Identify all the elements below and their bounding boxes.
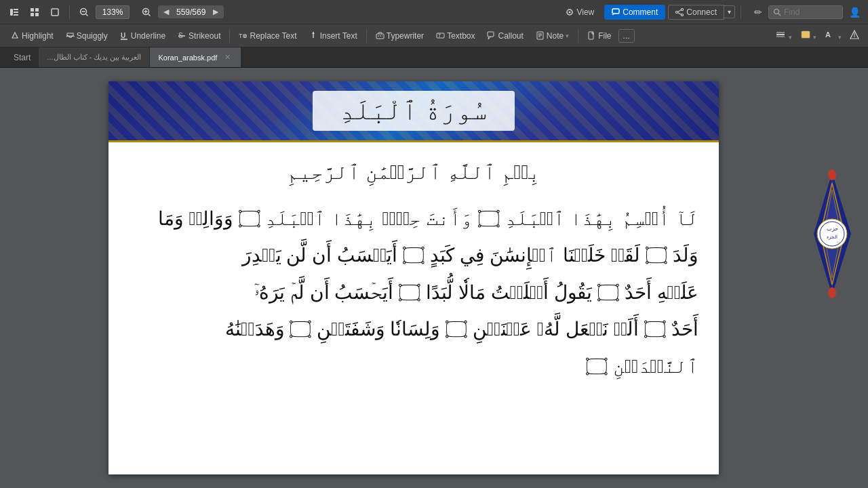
svg-rect-7	[35, 13, 39, 16]
svg-line-23	[678, 9, 682, 12]
comment-label: Comment	[623, 7, 658, 17]
thumbnails-btn[interactable]	[26, 5, 43, 19]
zoom-input[interactable]: 133%	[96, 5, 130, 19]
svg-line-11	[86, 14, 88, 16]
svg-rect-18	[612, 9, 619, 14]
note-btn[interactable]: Note ▾	[530, 29, 574, 43]
insert-text-btn[interactable]: Insert Text	[304, 29, 363, 43]
svg-rect-4	[31, 8, 34, 12]
zoom-out-btn[interactable]	[75, 5, 93, 19]
more-btn[interactable]: ...	[618, 29, 635, 43]
tab-arabic[interactable]: العربية بين يديك - كتاب الطال...	[39, 47, 150, 67]
underline-btn[interactable]: U Underline	[115, 29, 171, 43]
search-input[interactable]	[784, 7, 838, 17]
svg-marker-35	[312, 32, 315, 34]
toggle-panel-btn[interactable]	[5, 5, 23, 19]
ayah-line-3: عَلَيۡهِ أَحَدٌ ۝ يَقُولُ أَهۡلَكۡتُ مَا…	[129, 276, 698, 310]
search-box	[768, 5, 843, 19]
svg-rect-5	[35, 8, 39, 12]
page-nav: ◀ 559/569 ▶	[158, 5, 224, 18]
svg-text:T: T	[438, 33, 441, 38]
file-btn[interactable]: File	[582, 29, 616, 43]
svg-rect-8	[52, 9, 58, 16]
sep4	[366, 29, 367, 43]
tab-koran[interactable]: Koran_arabsk.pdf ✕	[150, 47, 241, 67]
insert-text-label: Insert Text	[320, 31, 357, 41]
underline-label: Underline	[131, 31, 165, 41]
typewriter-label: Typewriter	[387, 31, 424, 41]
svg-text:T: T	[239, 33, 243, 39]
comment-btn[interactable]: Comment	[604, 5, 665, 20]
svg-point-22	[682, 14, 684, 16]
typewriter-btn[interactable]: Typewriter	[370, 29, 429, 43]
next-page-btn[interactable]: ▶	[210, 7, 221, 17]
strikeout-btn[interactable]: S Strikeout	[172, 29, 226, 43]
svg-text:U: U	[121, 32, 125, 39]
page-number: 559/569	[174, 7, 208, 17]
zoom-in-btn[interactable]	[138, 5, 155, 19]
highlight-label: Highlight	[22, 31, 54, 41]
svg-point-25	[774, 9, 779, 14]
ayah-line-1: لَآ أُقۡسِمُ بِهَٰذَا ٱلۡبَلَدِ ۝ وَأَنت…	[129, 202, 698, 236]
toolbar-top: 133% ◀ 559/569 ▶ View Comment Connect ▾ …	[0, 0, 868, 24]
tab-close-btn[interactable]: ✕	[222, 52, 233, 62]
svg-rect-2	[14, 12, 18, 13]
svg-rect-0	[10, 9, 13, 16]
zoom-control: 133%	[96, 5, 130, 19]
sep1	[69, 5, 70, 19]
ayah-line-4: أَحَدٌ ۝ أَلَمۡ نَجۡعَل لَّهُۥ عَيۡنَيۡن…	[129, 312, 698, 346]
replace-text-btn[interactable]: TR Replace Text	[233, 29, 302, 43]
start-label: Start	[14, 53, 31, 62]
squiggly-btn[interactable]: Squiggly	[60, 29, 113, 43]
main-area: سُورَةُ ٱلْبَلَدِ بِسۡمِ ٱللَّهِ ٱلرَّحۡ…	[0, 68, 868, 488]
toolbar-second: Highlight Squiggly U Underline S Strikeo…	[0, 24, 868, 47]
color-btn[interactable]: ▾	[797, 28, 821, 43]
format-buttons: ▾ ▾ A ▾	[772, 28, 863, 43]
prev-page-btn[interactable]: ◀	[161, 7, 172, 17]
svg-point-64	[828, 287, 836, 298]
opacity-btn[interactable]	[846, 28, 863, 43]
svg-line-24	[678, 12, 682, 14]
pdf-container: سُورَةُ ٱلْبَلَدِ بِسۡمِ ٱللَّهِ ٱلرَّحۡ…	[0, 68, 868, 488]
svg-rect-51	[802, 31, 810, 38]
replace-text-label: Replace Text	[250, 31, 296, 41]
strikeout-label: Strikeout	[189, 31, 220, 41]
tab-start[interactable]: Start	[5, 47, 39, 67]
view-btn[interactable]: View	[558, 5, 601, 20]
callout-btn[interactable]: Callout	[481, 29, 528, 43]
tab-bar: Start العربية بين يديك - كتاب الطال... K…	[0, 47, 868, 68]
svg-line-26	[778, 14, 781, 16]
user-icon-btn[interactable]: 👤	[847, 5, 863, 20]
sep3	[229, 29, 230, 43]
svg-rect-3	[14, 14, 18, 16]
tab-koran-label: Koran_arabsk.pdf	[158, 54, 217, 62]
quran-body: بِسۡمِ ٱللَّهِ ٱلرَّحۡمَٰنِ ٱلرَّحِيمِ ل…	[108, 142, 719, 400]
file-label: File	[598, 31, 611, 41]
sep5	[578, 29, 578, 43]
connect-btn-group: Connect ▾	[668, 5, 735, 20]
edit-icon-btn[interactable]: ✏	[752, 5, 764, 20]
svg-point-21	[682, 8, 684, 10]
svg-point-17	[569, 11, 571, 13]
textbox-btn[interactable]: T Textbox	[431, 29, 480, 43]
svg-text:حزب: حزب	[827, 226, 838, 232]
svg-line-15	[149, 14, 151, 16]
svg-point-59	[817, 219, 847, 249]
pdf-page: سُورَةُ ٱلْبَلَدِ بِسۡمِ ٱللَّهِ ٱلرَّحۡ…	[108, 81, 719, 474]
note-label: Note	[547, 31, 564, 41]
highlight-btn[interactable]: Highlight	[5, 29, 59, 43]
svg-rect-1	[14, 9, 18, 10]
connect-label: Connect	[686, 7, 717, 17]
quran-header: سُورَةُ ٱلْبَلَدِ	[108, 81, 719, 142]
ayah-line-5: ٱلنَّجۡدَيۡنِ ۝	[129, 350, 698, 384]
squiggly-label: Squiggly	[77, 31, 108, 41]
surah-title: سُورَةُ ٱلْبَلَدِ	[313, 91, 515, 131]
callout-label: Callout	[498, 31, 523, 41]
line-style-btn[interactable]: ▾	[772, 28, 795, 43]
sep2	[741, 5, 741, 19]
font-size-btn[interactable]: A ▾	[821, 28, 845, 43]
outline-btn[interactable]	[46, 5, 64, 19]
connect-dropdown-btn[interactable]: ▾	[724, 5, 735, 18]
connect-main-btn[interactable]: Connect	[668, 5, 724, 20]
view-label: View	[576, 7, 594, 17]
